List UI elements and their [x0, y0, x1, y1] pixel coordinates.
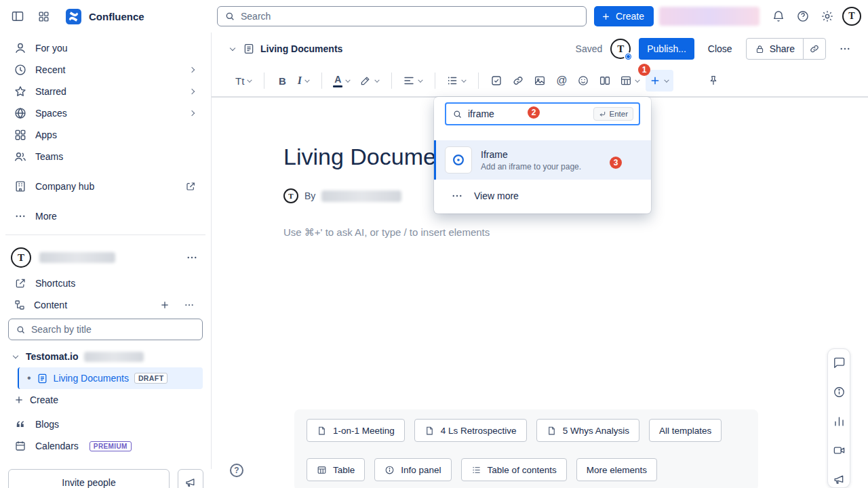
insert-search-field[interactable]: iframe Enter	[445, 102, 640, 125]
space-account-row[interactable]: T	[8, 243, 203, 272]
tree-space-row[interactable]: Testomat.io	[8, 346, 203, 367]
comments-button[interactable]	[831, 355, 847, 371]
mention-button[interactable]: @	[551, 70, 572, 92]
content-more-button[interactable]	[181, 297, 197, 313]
analytics-button[interactable]	[831, 413, 847, 430]
insert-link-button[interactable]	[508, 70, 528, 92]
italic-button[interactable]: I	[294, 70, 314, 92]
content-search-input[interactable]	[31, 324, 195, 335]
ellipsis-icon	[14, 210, 27, 222]
sidebar-item-teams[interactable]: Teams	[8, 146, 203, 167]
lists-button[interactable]	[443, 70, 471, 92]
sidebar-item-company-hub[interactable]: Company hub	[8, 176, 203, 197]
redacted-space-name	[39, 252, 115, 263]
editor-help-button[interactable]: ?	[230, 464, 243, 477]
share-button[interactable]: Share	[746, 38, 804, 60]
divider	[264, 73, 264, 89]
saved-status: Saved	[576, 43, 603, 54]
view-more-item[interactable]: View more	[434, 180, 651, 209]
more-elements-button[interactable]: More elements	[576, 458, 657, 481]
tree-space-name: Testomat.io	[26, 351, 79, 362]
text-styles-button[interactable]: Tt	[232, 70, 256, 92]
chevron-down-icon	[374, 78, 380, 84]
confluence-home-link[interactable]: Confluence	[65, 8, 144, 25]
editing-user-avatar: T	[610, 39, 631, 59]
template-suggestions-panel: 1-on-1 Meeting 4 Ls Retrospective 5 Whys…	[294, 409, 758, 488]
record-video-button[interactable]	[831, 442, 847, 458]
page-details-button[interactable]	[831, 384, 847, 401]
insert-image-button[interactable]	[530, 70, 550, 92]
settings-button[interactable]	[816, 5, 838, 27]
pin-toolbar-button[interactable]	[703, 70, 724, 92]
doc-icon	[547, 426, 557, 436]
tree-page-row-living-documents[interactable]: • Living Documents DRAFT	[18, 367, 203, 389]
link-icon	[512, 75, 524, 87]
task-list-button[interactable]	[486, 70, 507, 92]
text-align-button[interactable]	[399, 70, 427, 92]
insert-toc-button[interactable]: Table of contents	[461, 458, 567, 481]
plus-icon	[649, 75, 661, 87]
page-title-breadcrumb[interactable]: Living Documents	[260, 43, 342, 54]
app-switcher-button[interactable]	[33, 5, 54, 27]
divider	[5, 235, 205, 235]
apps-grid-icon	[14, 128, 27, 142]
template-5-whys-analysis-button[interactable]: 5 Whys Analysis	[536, 419, 639, 442]
invite-people-button[interactable]: Invite people	[8, 469, 170, 488]
feedback-button[interactable]	[831, 471, 847, 487]
align-left-icon	[403, 75, 415, 87]
insert-elements-button[interactable]	[646, 70, 673, 92]
share-button-group: Share	[746, 38, 826, 60]
chevron-right-icon	[189, 110, 196, 117]
sidebar-item-shortcuts[interactable]: Shortcuts	[8, 272, 203, 294]
create-button-label: Create	[616, 11, 644, 22]
content-search-field[interactable]	[8, 319, 203, 340]
editor-ai-placeholder[interactable]: Use ⌘+' to ask AI, or type / to insert e…	[283, 226, 490, 239]
create-button[interactable]: Create	[594, 6, 654, 26]
sidebar-item-starred[interactable]: Starred	[8, 81, 203, 102]
space-more-button[interactable]	[184, 249, 200, 266]
sidebar-item-spaces[interactable]: Spaces	[8, 102, 203, 124]
global-search-field[interactable]	[217, 6, 587, 26]
panel-left-icon	[11, 9, 24, 23]
insert-info-panel-button[interactable]: Info panel	[374, 458, 451, 481]
text-color-button[interactable]: A	[330, 70, 355, 92]
page-more-actions-button[interactable]	[834, 38, 856, 60]
help-button[interactable]	[792, 5, 814, 27]
publish-button[interactable]: Publish...	[639, 38, 694, 60]
sidebar-item-apps[interactable]: Apps	[8, 124, 203, 146]
shortcut-icon	[14, 277, 27, 289]
sidebar-item-more[interactable]: More	[8, 205, 203, 227]
bold-button[interactable]: B	[272, 70, 292, 92]
sidebar-item-calendars[interactable]: Calendars PREMIUM	[8, 435, 203, 457]
sidebar-item-blogs[interactable]: Blogs	[8, 413, 203, 435]
sidebar-item-for-you[interactable]: For you	[8, 37, 203, 59]
add-content-button[interactable]	[157, 297, 173, 313]
page-tree-icon	[14, 299, 26, 311]
sidebar-item-label: More	[35, 211, 197, 222]
all-templates-button[interactable]: All templates	[649, 419, 722, 442]
template-4ls-retrospective-button[interactable]: 4 Ls Retrospective	[414, 419, 527, 442]
layouts-button[interactable]	[595, 70, 615, 92]
sidebar-item-label: Starred	[35, 86, 181, 97]
italic-label: I	[298, 75, 302, 87]
copy-link-button[interactable]	[803, 38, 826, 60]
close-button[interactable]: Close	[703, 38, 738, 60]
divider	[391, 73, 392, 89]
megaphone-icon	[184, 476, 197, 488]
highlight-color-button[interactable]	[356, 70, 384, 92]
bold-label: B	[279, 75, 286, 87]
collapse-title-chevron-icon[interactable]	[229, 45, 236, 52]
chevron-down-icon	[12, 353, 19, 360]
profile-avatar-button[interactable]: T	[841, 5, 863, 27]
text-color-icon: A	[333, 75, 342, 87]
insert-table-shortcut-button[interactable]: Table	[307, 458, 365, 481]
notifications-button[interactable]	[768, 5, 789, 27]
tree-create-row[interactable]: Create	[8, 389, 203, 411]
return-icon	[599, 110, 606, 118]
template-1on1-meeting-button[interactable]: 1-on-1 Meeting	[307, 419, 405, 442]
sidebar-item-recent[interactable]: Recent	[8, 59, 203, 81]
global-search-input[interactable]	[241, 11, 579, 22]
emoji-button[interactable]	[573, 70, 593, 92]
sidebar-toggle-button[interactable]	[7, 5, 28, 27]
announcements-button[interactable]	[178, 469, 203, 488]
